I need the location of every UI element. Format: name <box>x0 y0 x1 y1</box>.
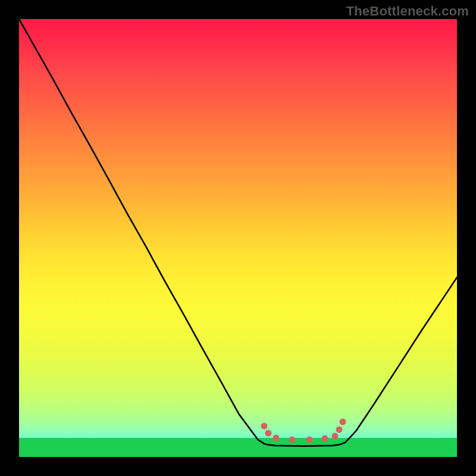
curve-marker <box>289 436 296 443</box>
curve-marker <box>261 423 268 430</box>
curve-marker <box>336 427 343 433</box>
curve-path <box>19 19 457 446</box>
curve-marker <box>306 437 312 443</box>
curve-marker <box>331 433 338 439</box>
curve-marker <box>265 430 271 436</box>
watermark-text: TheBottleneck.com <box>346 4 469 19</box>
curve-marker <box>339 419 346 425</box>
curve-marker <box>322 436 328 442</box>
plot-area <box>19 19 457 457</box>
curve-marker <box>273 435 280 441</box>
chart-container: TheBottleneck.com <box>0 0 476 476</box>
bottleneck-curve <box>19 19 457 457</box>
